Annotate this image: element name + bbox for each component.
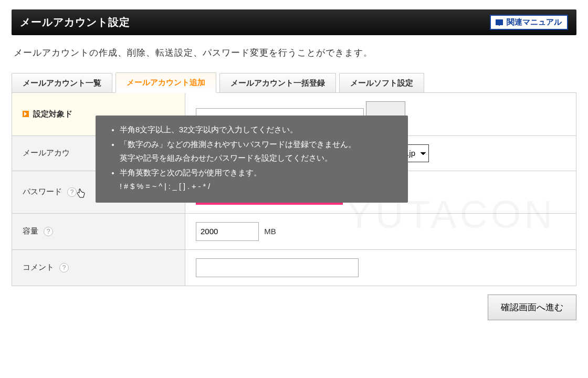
tabs: メールアカウント一覧 メールアカウント追加 メールアカウント一括登録 メールソフ… (12, 72, 576, 93)
related-manual-button[interactable]: 関連マニュアル (490, 15, 568, 30)
help-icon[interactable]: ? (67, 187, 77, 197)
quota-input[interactable] (196, 222, 259, 241)
tooltip-line: 半角8文字以上、32文字以内で入力してください。 (120, 123, 397, 136)
page-description: メールアカウントの作成、削除、転送設定、パスワード変更を行うことができます。 (14, 47, 574, 59)
tab-list[interactable]: メールアカウント一覧 (12, 73, 112, 93)
book-icon (495, 19, 503, 26)
row-quota-cell: MB (185, 213, 576, 249)
row-comment-label: コメント ? (12, 249, 185, 286)
password-tooltip: 半角8文字以上、32文字以内で入力してください。 「数字のみ」などの推測されやす… (96, 116, 408, 203)
related-manual-label: 関連マニュアル (507, 17, 562, 27)
comment-input[interactable] (196, 258, 359, 277)
row-comment-cell (185, 249, 576, 286)
help-icon[interactable]: ? (44, 227, 53, 236)
row-quota-label: 容量 ? (12, 213, 185, 249)
cursor-hand-icon (76, 188, 86, 202)
confirm-button[interactable]: 確認画面へ進む (488, 295, 576, 320)
tab-add[interactable]: メールアカウント追加 (116, 72, 216, 93)
bullet-icon (23, 111, 29, 117)
tooltip-line: 半角英数字と次の記号が使用できます。 ! # $ % = ~ ^ | : _ [… (120, 166, 397, 193)
page-title: メールアカウント設定 (20, 15, 130, 29)
action-row: 確認画面へ進む (12, 295, 576, 320)
tooltip-line: 「数字のみ」などの推測されやすいパスワードは登録できません。 英字や記号を組み合… (120, 138, 397, 165)
header-bar: メールアカウント設定 関連マニュアル (12, 9, 576, 35)
form-container: YUTACON 半角8文字以上、32文字以内で入力してください。 「数字のみ」な… (12, 92, 576, 286)
tab-mailsoft[interactable]: メールソフト設定 (339, 73, 424, 93)
quota-unit: MB (264, 227, 276, 236)
help-icon[interactable]: ? (59, 263, 69, 272)
tab-bulk[interactable]: メールアカウント一括登録 (219, 73, 336, 93)
